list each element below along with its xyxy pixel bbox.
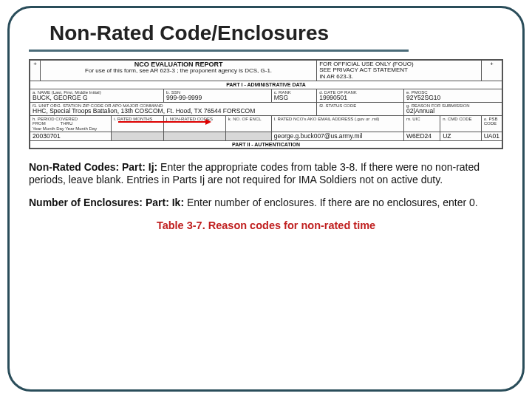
val-o: UA01 — [484, 132, 499, 140]
h-dateline: Year Month Day Year Month Day — [33, 126, 109, 131]
crosshair-right: + — [481, 61, 502, 81]
label-f2: f2. STATUS CODE — [319, 103, 401, 108]
val-d: 19990501 — [319, 94, 347, 101]
val-n: UZ — [443, 132, 451, 140]
para2-rest: Enter number of enclosures. If there are… — [184, 197, 478, 208]
footer-caption: Table 3-7. Reason codes for non-rated ti… — [29, 219, 503, 231]
h-from: FROM — [33, 121, 46, 126]
part1-header: PART I - ADMINISTRATIVE DATA — [30, 81, 502, 89]
para2-prefix: Number of Enclosures: Part: Ik: — [29, 197, 184, 208]
form-subtitle: For use of this form, see AR 623-3 ; the… — [85, 67, 272, 74]
val-g: 02|Annual — [406, 107, 434, 115]
paragraph-enclosures: Number of Enclosures: Part: Ik: Enter nu… — [29, 197, 503, 209]
val-l: george.g.buck007@us.army.mil — [274, 132, 363, 140]
slide-title: Non-Rated Code/Enclosures — [50, 21, 503, 45]
val-a: BUCK, GEORGE G — [33, 94, 88, 101]
label-m: m. UIC — [406, 117, 437, 121]
part2-header: PART II - AUTHENTICATION — [30, 140, 502, 148]
label-n: n. CMD CODE — [443, 117, 479, 121]
val-m: W6ED24 — [406, 132, 432, 140]
label-o: o. PSB CODE — [484, 117, 499, 126]
para1-prefix: Non-Rated Codes: Part: Ij: — [29, 161, 157, 173]
val-e: 92Y52SG10 — [406, 94, 440, 101]
title-underline — [29, 50, 409, 52]
val-f1: HHC, Special Troops Battalion, 13th COSC… — [33, 107, 255, 115]
label-l: l. RATED NCO's AKO EMAIL ADDRESS (.gov o… — [274, 117, 401, 121]
crosshair-left: + — [30, 61, 41, 81]
paragraph-nonrated: Non-Rated Codes: Part: Ij: Enter the app… — [29, 161, 503, 186]
h-thru: THRU — [61, 121, 73, 126]
val-c: MSG — [274, 94, 288, 101]
val-b: 999-99-9999 — [166, 94, 202, 101]
label-k: k. NO. OF ENCL — [228, 117, 269, 121]
red-arrow-icon — [118, 121, 207, 123]
nco-form-image: + NCO EVALUATION REPORT For use of this … — [29, 59, 503, 149]
fouo-line3: IN AR 623-3. — [319, 73, 353, 80]
slide-frame: Non-Rated Code/Enclosures + NCO EVALUATI… — [7, 6, 525, 392]
val-h: 20030701 — [33, 132, 61, 140]
